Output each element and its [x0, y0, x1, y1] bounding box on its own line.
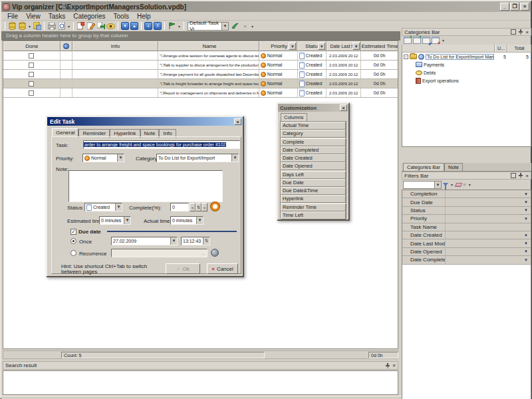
chevron-down-icon[interactable]: ▼: [117, 154, 124, 162]
add-task-icon[interactable]: [76, 22, 85, 31]
chevron-down-icon[interactable]: ▼: [524, 208, 528, 212]
tree-item-label[interactable]: Debts: [424, 70, 436, 75]
filter-row-date-created[interactable]: Date Created▼: [402, 231, 531, 239]
tree-item-label[interactable]: Export operations: [422, 78, 459, 83]
chevron-down-icon[interactable]: ▼: [196, 217, 203, 224]
menu-file[interactable]: File: [3, 13, 22, 20]
print-dropdown[interactable]: ▾: [66, 24, 71, 29]
menu-help[interactable]: Help: [133, 13, 155, 20]
chevron-down-icon[interactable]: ▼: [524, 258, 528, 262]
tab-columns[interactable]: Columns: [281, 113, 307, 121]
task-name-cell[interactable]: "□Arrange payment for all goods dispatch…: [158, 70, 259, 78]
edit-category-icon[interactable]: [422, 37, 430, 44]
table-row[interactable]: "□Talk to supplier to discus arrangement…: [3, 61, 398, 70]
filter-preset-combo[interactable]: ▼: [403, 181, 442, 189]
chevron-down-icon[interactable]: ▼: [231, 154, 238, 162]
minimize-button[interactable]: _: [500, 3, 509, 11]
category-combo[interactable]: To Do List for Export/Import ▼: [156, 154, 239, 162]
task-name-cell[interactable]: "□Arrange online session for overseas ag…: [158, 51, 259, 60]
print-icon[interactable]: [47, 22, 56, 31]
column-item[interactable]: Due Date&Time: [281, 187, 346, 195]
estimated-time-combo[interactable]: 0 minutes ▼: [99, 216, 131, 225]
column-header-status[interactable]: Status▼: [297, 41, 327, 51]
done-checkbox[interactable]: [29, 72, 34, 77]
column-item[interactable]: Days Left: [281, 171, 346, 179]
column-item[interactable]: Hyperlink: [281, 195, 346, 203]
filter-row-date-completed[interactable]: Date Completed▼: [402, 256, 531, 264]
spin-right-icon[interactable]: »: [201, 203, 207, 211]
flag-icon[interactable]: [168, 22, 176, 31]
recurrence-radio[interactable]: [70, 250, 76, 256]
chevron-down-icon[interactable]: ▼: [524, 217, 528, 221]
priority-filter-dropdown[interactable]: ▼: [289, 43, 296, 50]
complete-task-icon[interactable]: ▼: [121, 22, 129, 30]
spinner-updown-icon[interactable]: ⇅: [203, 237, 209, 245]
tree-item-debts[interactable]: Debts: [402, 68, 531, 76]
categories-toolbar-dropdown[interactable]: ▾: [441, 38, 446, 43]
filter-row-completion[interactable]: Completion▼: [402, 190, 531, 198]
filter-row-due-date[interactable]: Due Date▼: [402, 198, 531, 206]
tree-item-label[interactable]: Payments: [424, 63, 444, 67]
filter-dropdown[interactable]: ▾: [450, 182, 454, 187]
column-item[interactable]: Reminder Time: [281, 203, 346, 211]
unread-column-header[interactable]: U...: [495, 45, 507, 52]
remove-filter-icon[interactable]: ×: [463, 182, 466, 188]
ellipsis-icon[interactable]: …: [201, 251, 207, 255]
tab-categories-bar[interactable]: Categories Bar: [403, 163, 444, 171]
table-row[interactable]: "□Report to management on shipments and …: [3, 88, 398, 98]
apply-view-icon[interactable]: [231, 22, 239, 31]
menu-tasks[interactable]: Tasks: [45, 13, 70, 20]
maximize-panel-icon[interactable]: [511, 29, 516, 35]
task-input[interactable]: arder to arrange freight and space booki…: [83, 140, 240, 149]
column-item[interactable]: Actual Time: [281, 122, 346, 130]
cancel-button[interactable]: × Cancel: [207, 263, 238, 274]
category-column-header[interactable]: [402, 45, 495, 52]
filter-row-task-name[interactable]: Task Name: [402, 223, 531, 231]
close-icon[interactable]: ×: [340, 104, 347, 111]
menu-categories[interactable]: Categories: [69, 13, 109, 20]
pin-icon[interactable]: [518, 29, 523, 35]
due-date-checkbox[interactable]: ✓: [70, 229, 76, 235]
column-header-info[interactable]: Info: [72, 41, 159, 51]
new-subcategory-icon[interactable]: +: [413, 37, 421, 44]
close-icon[interactable]: ×: [392, 362, 396, 368]
task-name-cell[interactable]: "□Talk to freight forwarder to arrange f…: [158, 79, 259, 88]
filters-overflow-dropdown[interactable]: ▾: [467, 182, 472, 187]
done-cell[interactable]: [3, 51, 61, 60]
task-name-cell[interactable]: "□Report to management on shipments and …: [158, 88, 259, 97]
column-item[interactable]: Time Left: [281, 211, 346, 219]
chevron-down-icon[interactable]: ▼: [524, 249, 528, 253]
delete-category-icon[interactable]: ×: [432, 37, 440, 44]
column-item[interactable]: Category: [281, 130, 346, 138]
search-result-body[interactable]: [3, 370, 398, 395]
move-up-icon[interactable]: ⇑: [154, 22, 162, 30]
pin-icon[interactable]: [385, 363, 390, 368]
tree-item-todo-list[interactable]: − To Do List for Export/Import Managers …: [402, 53, 531, 61]
spin-updown-icon[interactable]: ⇅: [196, 203, 201, 211]
column-header-estimated[interactable]: Estimated Time: [361, 41, 398, 51]
duplicate-task-icon[interactable]: [96, 22, 105, 31]
ok-button[interactable]: ✓ Ok: [166, 263, 200, 274]
maximize-panel-icon[interactable]: [511, 173, 516, 178]
restore-button[interactable]: ❐: [510, 3, 519, 11]
done-checkbox[interactable]: [29, 90, 34, 96]
table-row[interactable]: "□Arrange online session for overseas ag…: [3, 51, 398, 61]
chevron-down-icon[interactable]: ▼: [170, 237, 177, 245]
column-header-done[interactable]: Done: [3, 41, 61, 51]
done-cell[interactable]: [3, 70, 61, 78]
view-task-icon[interactable]: [106, 22, 115, 31]
chevron-down-icon[interactable]: ▼: [115, 203, 122, 211]
print-preview-icon[interactable]: [57, 22, 66, 31]
filter-row-priority[interactable]: Priority▼: [402, 215, 531, 223]
table-row-selected[interactable]: "□Talk to freight forwarder to arrange f…: [3, 79, 398, 88]
done-checkbox[interactable]: [29, 63, 34, 68]
column-item[interactable]: Date Created: [281, 154, 346, 162]
flag-dropdown[interactable]: ▾: [177, 24, 182, 29]
total-column-header[interactable]: Total: [507, 45, 531, 52]
task-view-combo[interactable]: Default Task Vi ▼: [188, 22, 229, 31]
complete-input[interactable]: 0: [170, 203, 189, 211]
save-database-icon[interactable]: [33, 22, 41, 31]
once-date-combo[interactable]: 27.02.2009 ▼: [111, 237, 178, 245]
apply-filter-icon[interactable]: [443, 183, 448, 186]
menu-view[interactable]: View: [22, 13, 45, 20]
